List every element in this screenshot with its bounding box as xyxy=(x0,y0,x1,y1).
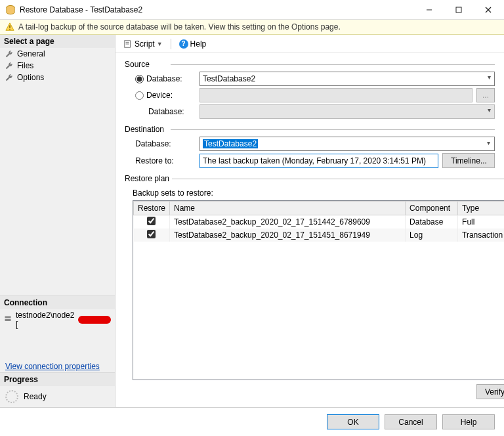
server-icon xyxy=(4,315,12,325)
link-text[interactable]: View connection properties xyxy=(5,362,100,371)
source-device-field xyxy=(200,88,472,102)
restore-to-field[interactable] xyxy=(200,154,438,168)
restore-plan-fieldset: Restore plan Backup sets to restore: Res… xyxy=(125,174,504,399)
wrench-icon xyxy=(5,62,13,70)
dest-db-value: TestDatabase2 xyxy=(203,139,258,148)
help-button[interactable]: ? Help xyxy=(177,39,209,49)
cell-type: Transaction Log xyxy=(458,229,504,242)
select-page-header: Select a page xyxy=(0,35,115,48)
source-database-select[interactable] xyxy=(200,72,495,86)
connection-header: Connection xyxy=(0,296,115,309)
sidebar-page-label: General xyxy=(17,49,45,58)
restore-checkbox[interactable] xyxy=(147,217,156,225)
maximize-button[interactable] xyxy=(444,0,473,19)
connection-text: testnode2\node2 [ xyxy=(16,311,74,329)
help-label: Help xyxy=(190,39,207,49)
sidebar-page-general[interactable]: General xyxy=(0,48,115,60)
view-connection-properties-link[interactable]: View connection properties xyxy=(0,360,115,372)
table-row[interactable]: TestDatabase2_backup_2020_02_17_151442_6… xyxy=(134,215,505,229)
wrench-icon xyxy=(5,50,13,58)
source-fieldset: Source Database: Device: ... Database: xyxy=(125,60,495,121)
toolbar-separator xyxy=(171,39,171,49)
sidebar-page-options[interactable]: Options xyxy=(0,72,115,83)
source-db-label: Database: xyxy=(146,74,182,83)
restore-to-label: Restore to: xyxy=(135,156,174,165)
cell-component: Database xyxy=(406,215,458,229)
restore-checkbox[interactable] xyxy=(147,230,156,238)
timeline-button[interactable]: Timeline... xyxy=(442,153,495,168)
source-device-radio[interactable] xyxy=(135,91,144,100)
table-row[interactable]: TestDatabase2_backup_2020_02_17_151451_8… xyxy=(134,229,505,242)
col-restore[interactable]: Restore xyxy=(134,202,170,215)
spinner-icon xyxy=(5,390,18,403)
script-label: Script xyxy=(135,39,155,49)
cell-component: Log xyxy=(406,229,458,242)
sidebar-page-label: Files xyxy=(17,61,33,70)
col-type[interactable]: Type xyxy=(458,202,504,215)
window-title: Restore Database - TestDatabase2 xyxy=(20,5,414,14)
source-db2-select xyxy=(200,104,495,119)
minimize-button[interactable] xyxy=(414,0,444,19)
restore-plan-legend: Restore plan xyxy=(125,174,172,183)
svg-point-6 xyxy=(9,29,10,30)
ok-button[interactable]: OK xyxy=(327,414,379,429)
backup-sets-grid[interactable]: Restore Name Component Type Server TestD… xyxy=(133,200,504,380)
sidebar-page-label: Options xyxy=(17,73,44,82)
progress-header: Progress xyxy=(0,373,115,386)
cancel-button[interactable]: Cancel xyxy=(385,414,437,429)
source-device-label: Device: xyxy=(146,91,173,100)
source-database-radio[interactable] xyxy=(135,75,144,83)
source-db2-label: Database: xyxy=(148,107,184,116)
verify-backup-media-button[interactable]: Verify Backup Media xyxy=(476,384,504,399)
device-browse-button: ... xyxy=(476,88,495,102)
sidebar: Select a page General Files Options Conn… xyxy=(0,35,116,407)
redacted-mark xyxy=(78,316,111,324)
destination-legend: Destination xyxy=(125,125,167,134)
col-name[interactable]: Name xyxy=(170,202,406,215)
info-banner-text: A tail-log backup of the source database… xyxy=(18,22,341,32)
script-icon xyxy=(123,39,133,49)
progress-status: Ready xyxy=(0,386,115,407)
close-button[interactable] xyxy=(473,0,503,19)
dest-db-label: Database: xyxy=(135,139,171,148)
source-legend: Source xyxy=(125,60,152,69)
help-icon: ? xyxy=(179,39,188,49)
cell-name: TestDatabase2_backup_2020_02_17_151442_6… xyxy=(170,215,406,229)
cell-type: Full xyxy=(458,215,504,229)
script-button[interactable]: Script ▼ xyxy=(121,39,165,49)
dialog-footer: OK Cancel Help xyxy=(0,407,504,436)
sidebar-page-files[interactable]: Files xyxy=(0,60,115,72)
svg-rect-2 xyxy=(456,7,461,12)
wrench-icon xyxy=(5,74,13,81)
footer-help-button[interactable]: Help xyxy=(442,414,495,429)
warning-icon xyxy=(5,22,14,32)
connection-info: testnode2\node2 [ xyxy=(0,309,115,330)
col-component[interactable]: Component xyxy=(406,202,458,215)
destination-fieldset: Destination Database: TestDatabase2 Rest… xyxy=(125,125,495,170)
chevron-down-icon: ▼ xyxy=(157,41,163,47)
info-banner: A tail-log backup of the source database… xyxy=(0,20,504,35)
svg-rect-7 xyxy=(5,316,11,318)
grid-header-row: Restore Name Component Type Server xyxy=(134,202,505,215)
content-toolbar: Script ▼ ? Help xyxy=(116,35,504,53)
progress-text: Ready xyxy=(24,392,47,401)
backup-sets-label: Backup sets to restore: xyxy=(133,188,504,198)
title-bar: Restore Database - TestDatabase2 xyxy=(0,0,504,20)
destination-database-select[interactable]: TestDatabase2 xyxy=(200,137,494,150)
cell-name: TestDatabase2_backup_2020_02_17_151451_8… xyxy=(170,229,406,242)
svg-rect-8 xyxy=(5,319,11,321)
app-icon xyxy=(5,5,16,15)
